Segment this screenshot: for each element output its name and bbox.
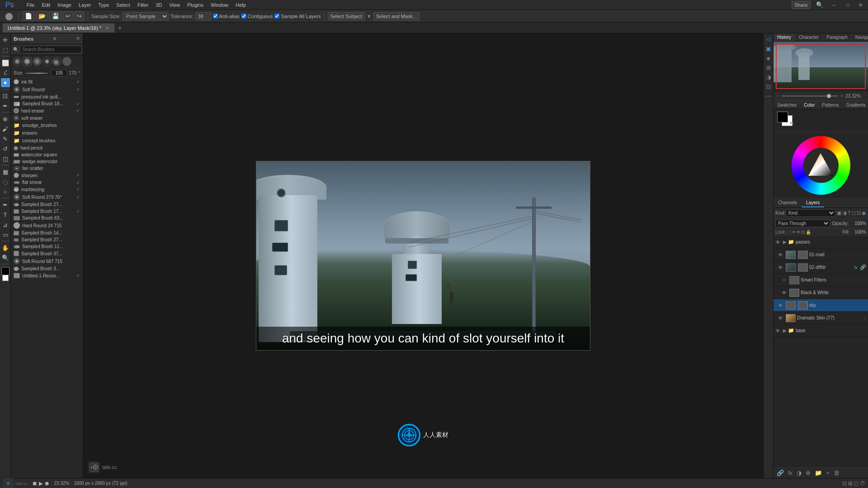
window-maximize[interactable]: □ [843, 0, 853, 10]
color-panel-icon[interactable]: ▣ [765, 45, 772, 53]
brush-item-watercolor-square[interactable]: watercolor square [11, 151, 83, 158]
status-media-btn[interactable]: ⏹ [32, 480, 38, 487]
window-close[interactable]: ✕ [855, 0, 866, 10]
filter-adjustment-icon[interactable]: ◑ [842, 210, 847, 216]
filter-type-icon[interactable]: T [848, 210, 851, 216]
brush-item-sampled-37[interactable]: Sampled Brush 37... [11, 250, 83, 257]
add-adjustment-btn[interactable]: ⊕ [804, 469, 812, 477]
history-panel-icon[interactable]: ◁ [765, 35, 771, 43]
layer-expand-icon[interactable]: ▶ [783, 239, 787, 244]
select-subject-btn[interactable]: Select Subject [328, 12, 365, 20]
tools-panel-icon[interactable]: ⊡ [765, 83, 772, 91]
menu-help[interactable]: Help [232, 0, 250, 10]
brush-item-hard-round-24[interactable]: Hard Round 24 715 [11, 221, 83, 230]
brush-preset-1[interactable] [13, 57, 22, 66]
layer-visibility-icon[interactable]: 👁 [782, 277, 788, 283]
layer-item-black-white[interactable]: 👁 Black & White [774, 286, 868, 299]
lock-pixels-icon[interactable]: ✏ [792, 230, 796, 235]
search-icon[interactable]: 🔍 [812, 0, 827, 10]
pen-tool[interactable]: ✒ [1, 200, 10, 209]
timeline-btn[interactable]: ⏱ [860, 480, 865, 487]
layer-link-btn[interactable]: 🔗 [775, 469, 785, 477]
layer-visibility-icon[interactable]: 👁 [778, 265, 784, 270]
lock-all-icon[interactable]: 🔒 [806, 230, 811, 235]
lasso-tool[interactable]: 𝓛 [1, 68, 10, 77]
brush-item-sampled-18[interactable]: Sampled Brush 18... ✓ [11, 100, 83, 107]
sample-all-check[interactable]: Sample All Layers [274, 14, 321, 19]
hand-tool[interactable]: ✋ [1, 243, 10, 252]
layer-item-smart-filters[interactable]: 👁 Smart Filters [774, 274, 868, 286]
fill-value[interactable]: 100% [850, 230, 866, 235]
size-slider[interactable] [25, 73, 48, 74]
zoom-in-btn[interactable]: ＋ [840, 93, 844, 99]
menu-file[interactable]: File [23, 0, 38, 10]
brush-preset-2[interactable] [23, 57, 32, 66]
layer-visibility-icon[interactable]: 👁 [775, 328, 782, 333]
dodge-tool[interactable]: ○ [1, 187, 10, 196]
redo-btn[interactable]: ↪ [74, 11, 85, 21]
brush-group-erasers[interactable]: 📁 erasers [11, 129, 83, 137]
document-tab[interactable]: Untitled-1 @ 23.3% (sky, Layer Mask/16) … [3, 23, 114, 33]
filter-pixel-icon[interactable]: ▣ [837, 210, 841, 216]
menu-image[interactable]: Image [54, 0, 75, 10]
layer-expand-icon[interactable]: ▶ [783, 328, 787, 333]
contiguous-check[interactable]: Contiguous [241, 14, 273, 19]
menu-filter[interactable]: Filter [134, 0, 152, 10]
shape-tool[interactable]: ▭ [1, 230, 10, 239]
gradient-tool[interactable]: ▦ [1, 167, 10, 176]
brush-item-hard-pencil[interactable]: hard pencil [11, 145, 83, 151]
brush-preset-4[interactable] [42, 57, 52, 66]
brush-item-soft-eraser[interactable]: soft eraser [11, 114, 83, 122]
eraser-tool[interactable]: ◫ [1, 154, 10, 163]
brush-group-smudge[interactable]: 📁 smudge_brushes [11, 122, 83, 129]
new-doc-btn[interactable]: 📄 [22, 11, 35, 21]
share-button[interactable]: Share [792, 1, 810, 9]
blend-mode-select[interactable]: Pass Through Normal Multiply Screen Over… [775, 220, 830, 227]
brush-item-soft-round-279[interactable]: Soft Round 279 70° ✓ [11, 193, 83, 201]
path-tool[interactable]: ⊿ [1, 220, 10, 229]
foreground-color[interactable] [1, 267, 9, 275]
layer-kind-select[interactable]: Kind Name Effect [786, 209, 835, 217]
opacity-value[interactable]: 100% [850, 221, 866, 226]
brush-item-sampled-63[interactable]: Sampled Brush 63... [11, 215, 83, 221]
bottom-toggle-2[interactable]: ⊞ [848, 480, 853, 487]
navigator-tab[interactable]: Navigator [852, 33, 868, 41]
sample-size-select[interactable]: Point Sample 3 by 3 Average [123, 12, 169, 20]
filter-smart-icon[interactable]: ⊡ [857, 210, 861, 216]
brush-item-wedge-watercolor[interactable]: wedge watercolor [11, 158, 83, 165]
magic-wand-tool[interactable]: ✦ [1, 78, 10, 87]
crop-tool[interactable]: ⊡ [1, 91, 10, 100]
layers-tab[interactable]: Layers [802, 199, 824, 207]
adjustments-icon[interactable]: ◈ [765, 54, 771, 62]
fg-color-swatch[interactable] [777, 112, 788, 122]
healing-tool[interactable]: ⊕ [1, 114, 10, 123]
layer-item-dramatic-skin[interactable]: 👁 Dramatic Skin (77) ↑ [774, 312, 868, 324]
add-style-btn[interactable]: fx [787, 469, 794, 477]
brush-item-flat-smear[interactable]: flat smear ✓ [11, 179, 83, 186]
lock-position-icon[interactable]: ✛ [797, 230, 800, 235]
zoom-tool[interactable]: 🔍 [1, 253, 10, 262]
lock-artboard-icon[interactable]: ⊡ [801, 230, 805, 235]
menu-select[interactable]: Select [113, 0, 134, 10]
mask-panel-icon[interactable]: ◑ [765, 73, 772, 81]
color-wheel-container[interactable] [774, 132, 868, 198]
brush-item-soft-round-687[interactable]: Soft Round 687 715 [11, 257, 83, 265]
layer-item-01-matt[interactable]: 👁 01-matt [774, 249, 868, 261]
layers-panel-icon[interactable]: ⊞ [765, 64, 772, 72]
add-layer-btn[interactable]: + [825, 469, 831, 477]
paragraph-tab[interactable]: Paragraph [823, 33, 852, 41]
canvas-area[interactable]: and seeing how you can kind of slot your… [83, 33, 763, 478]
zoom-slider[interactable] [782, 95, 838, 97]
brush-item-sampled-1d[interactable]: Sampled Brush 1d... [11, 230, 83, 236]
brush-item-sampled-27a[interactable]: Sampled Brush 27... [11, 201, 83, 208]
window-minimize[interactable]: ─ [829, 0, 840, 10]
channels-tab[interactable]: Channels [774, 199, 802, 207]
brush-item-sampled-17[interactable]: Sampled Brush 17... ✓ [11, 208, 83, 215]
tab-close[interactable]: ✕ [105, 25, 109, 31]
brushes-panel-menu[interactable]: ≡ [53, 35, 57, 42]
filter-off-icon[interactable]: ◉ [862, 210, 866, 216]
filter-shape-icon[interactable]: ◻ [852, 210, 856, 216]
brushes-search-input[interactable] [20, 46, 82, 53]
brush-item-marbleizing[interactable]: marbleizing ✓ [11, 186, 83, 193]
bottom-toggle-3[interactable]: ◻ [854, 480, 859, 487]
